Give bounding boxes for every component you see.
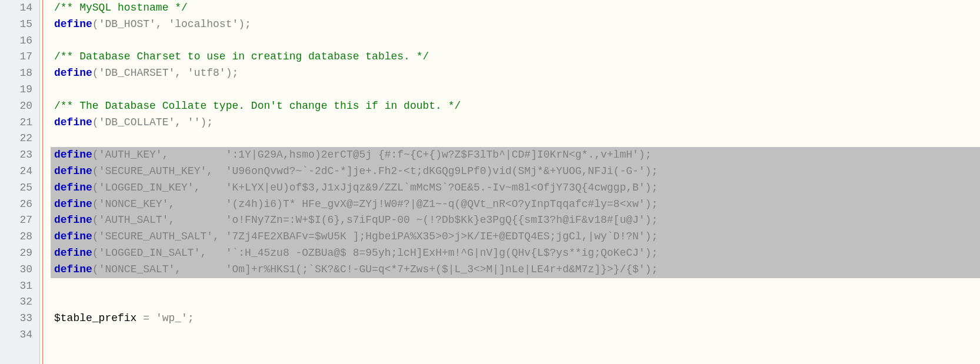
code-line[interactable]: $table_prefix = 'wp_';: [51, 310, 980, 327]
code-token: ;: [645, 149, 652, 161]
code-line[interactable]: define('NONCE_KEY', '(z4h)i6)T* HFe_gvX@…: [51, 196, 980, 213]
code-token: (: [92, 231, 99, 242]
code-token: /** Database Charset to use in creating …: [54, 51, 429, 62]
line-number: 18: [0, 65, 39, 82]
code-line[interactable]: [51, 131, 980, 147]
code-token: define: [54, 214, 92, 226]
code-token: ;: [245, 18, 251, 30]
code-token: ): [226, 67, 232, 79]
code-line[interactable]: /** The Database Collate type. Don't cha…: [51, 98, 980, 115]
code-token: '`:H_45zu8 -OZBUa@$ 8=95yh;lcH]ExH+m!^G|…: [226, 247, 645, 259]
code-token: (: [92, 247, 99, 259]
code-token: ,: [175, 116, 188, 128]
line-number: 31: [0, 278, 39, 295]
code-token: ): [645, 165, 652, 177]
code-token: $table_prefix: [54, 312, 136, 324]
code-token: ;: [651, 182, 658, 193]
line-number: 26: [0, 196, 39, 213]
code-token: ,: [206, 165, 225, 177]
code-line[interactable]: [51, 294, 980, 310]
code-token: ): [645, 263, 652, 275]
code-line[interactable]: define('AUTH_KEY', ':1Y|G29A,hsmo)2erCT@…: [51, 147, 980, 163]
code-token: ): [645, 247, 652, 259]
code-line[interactable]: [51, 278, 980, 295]
code-token: 'AUTH_SALT': [99, 214, 169, 226]
line-number: 30: [0, 262, 39, 278]
code-token: 'DB_CHARSET': [99, 67, 175, 79]
code-line[interactable]: define('SECURE_AUTH_SALT', '7Zj4FE2XBAFv…: [51, 229, 980, 245]
code-token: /** The Database Collate type. Don't cha…: [54, 100, 461, 112]
code-token: define: [54, 182, 92, 193]
line-number: 32: [0, 294, 39, 310]
code-token: (: [92, 214, 99, 226]
code-token: [149, 312, 156, 324]
change-margin: [40, 0, 51, 364]
line-number: 16: [0, 33, 39, 49]
code-line[interactable]: define('AUTH_SALT', 'o!FNy7Zn=:W+$I(6},s…: [51, 212, 980, 229]
line-number: 20: [0, 98, 39, 115]
line-number: 15: [0, 16, 39, 33]
code-token: define: [54, 165, 92, 177]
code-token: '(z4h)i6)T* HFe_gvX@=ZYj!W0#?|@Z1~-q(@QV…: [226, 198, 645, 210]
code-line[interactable]: define('SECURE_AUTH_KEY', 'U96onQvwd?~`-…: [51, 163, 980, 180]
code-token: ,: [162, 149, 226, 161]
code-token: /** MySQL hostname */: [54, 2, 188, 14]
code-token: ,: [175, 67, 188, 79]
code-line[interactable]: define('DB_COLLATE', '');: [51, 115, 980, 131]
code-token: 'AUTH_KEY': [99, 149, 162, 161]
code-area[interactable]: /** MySQL hostname */define('DB_HOST', '…: [51, 0, 980, 364]
code-token: ;: [651, 198, 658, 210]
line-number: 21: [0, 115, 39, 131]
code-token: define: [54, 67, 92, 79]
code-token: 'K+LYX|eU)of$3,J1xJjqz&9/ZZL`mMcMS`?OE&5…: [226, 182, 645, 193]
code-token: ): [645, 214, 652, 226]
line-number: 28: [0, 229, 39, 245]
code-token: ,: [168, 214, 225, 226]
code-token: ;: [651, 247, 658, 259]
code-editor[interactable]: 1415161718192021222324252627282930313233…: [0, 0, 980, 364]
code-token: 'LOGGED_IN_KEY': [99, 182, 194, 193]
code-token: '7Zj4FE2XBAFv=$wU5K ];HgbeiPA%X35>0>j>K/…: [226, 231, 645, 242]
code-token: define: [54, 18, 92, 30]
code-token: 'LOGGED_IN_SALT': [99, 247, 201, 259]
line-number-gutter: 1415161718192021222324252627282930313233…: [0, 0, 40, 364]
code-token: ;: [651, 231, 658, 242]
code-line[interactable]: /** MySQL hostname */: [51, 0, 980, 16]
code-line[interactable]: [51, 327, 980, 343]
code-line[interactable]: define('LOGGED_IN_SALT', '`:H_45zu8 -OZB…: [51, 245, 980, 262]
code-token: ;: [188, 312, 194, 324]
line-number: 17: [0, 49, 39, 65]
code-token: ,: [200, 247, 225, 259]
line-number: 25: [0, 180, 39, 196]
code-token: define: [54, 198, 92, 210]
code-token: ,: [156, 18, 169, 30]
code-token: 'Om]+r%HKS1(;`SK?&C!-GU=q<*7+Zws+($|L_3<…: [226, 263, 645, 275]
code-token: ;: [651, 263, 658, 275]
code-line[interactable]: define('NONCE_SALT', 'Om]+r%HKS1(;`SK?&C…: [51, 262, 980, 278]
code-token: ;: [651, 165, 658, 177]
code-token: 'o!FNy7Zn=:W+$I(6},s7iFqUP-00 ~(!?Db$Kk}…: [226, 214, 645, 226]
line-number: 24: [0, 163, 39, 180]
code-token: ,: [175, 263, 225, 275]
code-token: 'DB_HOST': [99, 18, 156, 30]
line-number: 33: [0, 310, 39, 327]
code-line[interactable]: define('DB_CHARSET', 'utf8');: [51, 65, 980, 82]
code-token: '': [188, 116, 201, 128]
code-token: (: [92, 263, 99, 275]
code-line[interactable]: [51, 82, 980, 98]
line-number: 19: [0, 82, 39, 98]
code-line[interactable]: define('DB_HOST', 'localhost');: [51, 16, 980, 33]
line-number: 14: [0, 0, 39, 16]
code-line[interactable]: /** Database Charset to use in creating …: [51, 49, 980, 65]
code-token: ;: [206, 116, 213, 128]
line-number: 29: [0, 245, 39, 262]
code-token: (: [92, 18, 99, 30]
code-token: ): [238, 18, 245, 30]
line-number: 34: [0, 327, 39, 343]
code-token: (: [92, 67, 99, 79]
code-line[interactable]: define('LOGGED_IN_KEY', 'K+LYX|eU)of$3,J…: [51, 180, 980, 196]
code-token: ,: [213, 231, 226, 242]
code-token: (: [92, 198, 99, 210]
code-token: ,: [168, 198, 225, 210]
code-line[interactable]: [51, 33, 980, 49]
